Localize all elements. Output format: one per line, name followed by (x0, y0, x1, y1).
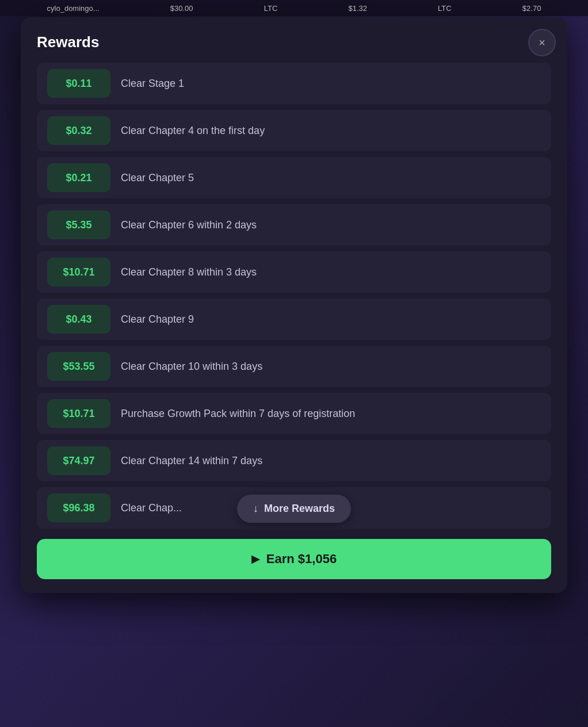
reward-item: $74.97 Clear Chapter 14 within 7 days (37, 440, 551, 481)
reward-amount: $0.11 (47, 69, 110, 98)
reward-description: Clear Chapter 6 within 2 days (121, 219, 541, 231)
reward-amount: $5.35 (47, 211, 110, 239)
reward-amount: $74.97 (47, 446, 110, 475)
rewards-list: $0.11 Clear Stage 1 $0.32 Clear Chapter … (37, 63, 551, 529)
reward-item: $10.71 Purchase Growth Pack within 7 day… (37, 393, 551, 434)
reward-item: $0.11 Clear Stage 1 (37, 63, 551, 104)
reward-amount: $10.71 (47, 399, 110, 428)
reward-description: Purchase Growth Pack within 7 days of re… (121, 408, 541, 420)
earn-button-label: Earn $1,056 (266, 552, 337, 567)
reward-amount: $53.55 (47, 352, 110, 381)
reward-description: Clear Stage 1 (121, 78, 541, 90)
play-icon: ▶ (251, 553, 259, 565)
more-rewards-icon: ↓ (253, 503, 258, 515)
reward-item: $53.55 Clear Chapter 10 within 3 days (37, 346, 551, 387)
reward-description: Clear Chapter 8 within 3 days (121, 266, 541, 278)
reward-item: $10.71 Clear Chapter 8 within 3 days (37, 251, 551, 293)
reward-amount: $96.38 (47, 493, 110, 522)
reward-item: $0.32 Clear Chapter 4 on the first day (37, 110, 551, 151)
reward-item: $0.43 Clear Chapter 9 (37, 299, 551, 340)
reward-description: Clear Chapter 10 within 3 days (121, 361, 541, 373)
rewards-modal: Rewards × $0.11 Clear Stage 1 $0.32 Clea… (21, 17, 567, 593)
reward-amount: $10.71 (47, 258, 110, 286)
reward-description: Clear Chapter 9 (121, 313, 541, 326)
more-rewards-button[interactable]: ↓ More Rewards (237, 495, 351, 523)
modal-title: Rewards (37, 33, 551, 51)
reward-description: Clear Chapter 14 within 7 days (121, 455, 541, 467)
modal-overlay: Rewards × $0.11 Clear Stage 1 $0.32 Clea… (0, 0, 588, 727)
reward-description: Clear Chapter 5 (121, 172, 541, 184)
more-rewards-label: More Rewards (264, 503, 335, 515)
close-button[interactable]: × (528, 29, 556, 56)
reward-amount: $0.21 (47, 163, 110, 192)
reward-amount: $0.32 (47, 116, 110, 145)
reward-item: $0.21 Clear Chapter 5 (37, 157, 551, 198)
reward-item: $5.35 Clear Chapter 6 within 2 days (37, 204, 551, 246)
reward-amount: $0.43 (47, 305, 110, 334)
reward-description: Clear Chapter 4 on the first day (121, 125, 541, 137)
earn-button[interactable]: ▶ Earn $1,056 (37, 539, 551, 579)
